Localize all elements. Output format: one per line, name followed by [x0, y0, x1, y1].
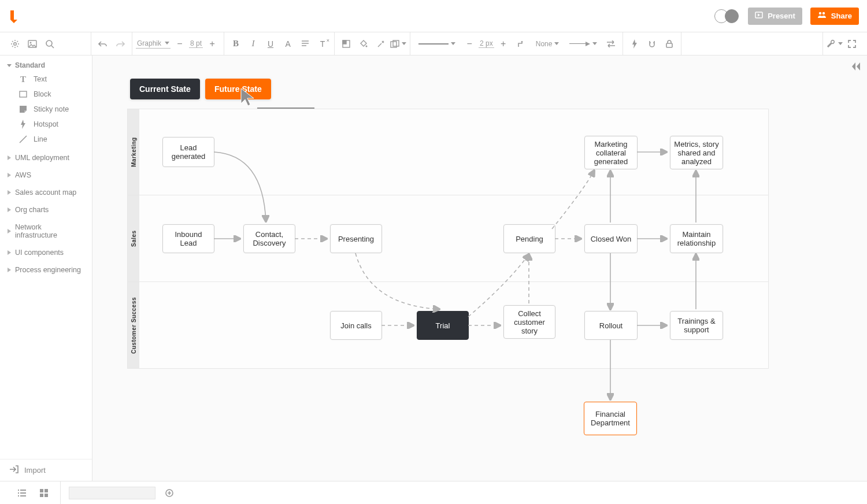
shape-style-button[interactable]: [390, 36, 406, 52]
svg-rect-12: [20, 91, 27, 97]
sidebar-cat-aws[interactable]: AWS: [0, 166, 92, 184]
lane-sales-label: Sales: [128, 195, 139, 281]
bucket-icon[interactable]: [355, 36, 372, 52]
gear-icon[interactable]: [7, 36, 23, 52]
lane-cs-label: Customer Success: [128, 282, 139, 368]
sidebar-item-text[interactable]: T Text: [6, 72, 86, 87]
action-icon[interactable]: [627, 36, 643, 52]
arrow-style-button[interactable]: [565, 36, 602, 52]
node-closed-won[interactable]: Closed Won: [584, 224, 638, 253]
search-icon[interactable]: [42, 36, 58, 52]
line-width-inc[interactable]: +: [495, 36, 512, 52]
line-pattern-button[interactable]: [414, 36, 460, 52]
tab-future-state[interactable]: Future State: [205, 79, 271, 99]
image-icon[interactable]: [24, 36, 40, 52]
lane-marketing-label: Marketing: [128, 109, 139, 195]
svg-rect-16: [45, 494, 48, 497]
tab-current-state[interactable]: Current State: [130, 79, 200, 99]
node-rollout[interactable]: Rollout: [584, 311, 638, 340]
svg-point-5: [30, 42, 32, 43]
fill-button[interactable]: [338, 36, 354, 52]
node-marketing-collateral[interactable]: Marketing collateral generated: [584, 136, 638, 169]
line-style-select[interactable]: None: [531, 36, 564, 52]
font-size-input[interactable]: 8 pt: [189, 39, 203, 48]
italic-button[interactable]: I: [245, 36, 261, 52]
svg-point-8: [366, 45, 368, 47]
node-trial[interactable]: Trial: [417, 311, 469, 340]
hotspot-icon: [18, 120, 28, 129]
add-page-button[interactable]: [161, 485, 177, 501]
present-button[interactable]: Present: [748, 8, 802, 25]
sidebar-standard-header[interactable]: Standard: [6, 59, 86, 72]
svg-rect-14: [45, 489, 48, 492]
text-icon: T: [18, 75, 28, 84]
svg-rect-11: [666, 43, 672, 47]
play-icon: [755, 12, 763, 20]
import-icon: [9, 465, 18, 475]
block-icon: [18, 90, 28, 99]
share-button[interactable]: Share: [810, 8, 859, 25]
font-size-dec[interactable]: −: [172, 36, 188, 52]
line-icon: [18, 135, 28, 144]
node-collect-story[interactable]: Collect customer story: [503, 305, 555, 339]
present-label: Present: [768, 12, 795, 20]
redo-button[interactable]: [112, 36, 128, 52]
node-lead-generated[interactable]: Lead generated: [162, 137, 214, 167]
svg-rect-13: [40, 489, 43, 492]
font-family-select[interactable]: Graphik: [136, 39, 171, 49]
line-width-dec[interactable]: −: [461, 36, 477, 52]
clear-format-button[interactable]: T×: [314, 36, 331, 52]
text-color-button[interactable]: A: [280, 36, 296, 52]
sidebar-cat-org[interactable]: Org charts: [0, 201, 92, 218]
eyedropper-icon[interactable]: [373, 36, 389, 52]
node-trainings[interactable]: Trainings & support: [670, 311, 723, 340]
svg-point-2: [822, 12, 825, 14]
line-route-button[interactable]: [513, 36, 530, 52]
svg-rect-15: [40, 494, 43, 497]
node-financial-dept[interactable]: Financial Department: [584, 402, 637, 435]
lock-icon[interactable]: [661, 36, 677, 52]
people-icon: [817, 12, 827, 20]
wrench-icon[interactable]: [827, 36, 843, 52]
align-button[interactable]: [297, 36, 313, 52]
list-view-icon[interactable]: [14, 485, 30, 501]
sidebar-item-sticky[interactable]: Sticky note: [6, 102, 86, 117]
grid-view-icon[interactable]: [36, 485, 52, 501]
svg-point-6: [46, 40, 52, 46]
import-button[interactable]: Import: [0, 459, 92, 481]
magnet-icon[interactable]: [644, 36, 660, 52]
sidebar-item-line[interactable]: Line: [6, 132, 86, 147]
svg-point-1: [819, 12, 821, 14]
node-presenting[interactable]: Presenting: [330, 224, 382, 253]
collaborator-avatars[interactable]: [714, 9, 740, 23]
line-width-input[interactable]: 2 px: [479, 39, 494, 48]
node-pending[interactable]: Pending: [503, 224, 555, 253]
sidebar-item-block[interactable]: Block: [6, 87, 86, 102]
fullscreen-icon[interactable]: [844, 36, 860, 52]
node-contact-discovery[interactable]: Contact, Discovery: [243, 224, 295, 253]
undo-button[interactable]: [95, 36, 111, 52]
panel-toggle[interactable]: [851, 62, 860, 73]
swimlane-container[interactable]: Marketing Lead generated Marketing colla…: [127, 109, 769, 369]
sidebar-cat-ui[interactable]: UI components: [0, 244, 92, 261]
font-size-inc[interactable]: +: [204, 36, 220, 52]
sticky-note-icon: [18, 105, 28, 114]
page-thumbnail[interactable]: [69, 487, 155, 499]
underline-button[interactable]: U: [262, 36, 279, 52]
sidebar-cat-network[interactable]: Network infrastructure: [0, 218, 92, 244]
sidebar-cat-sales[interactable]: Sales account map: [0, 184, 92, 201]
sidebar-item-hotspot[interactable]: Hotspot: [6, 117, 86, 132]
node-inbound-lead[interactable]: Inbound Lead: [162, 224, 214, 253]
node-metrics[interactable]: Metrics, story shared and analyzed: [670, 136, 723, 169]
svg-point-3: [14, 42, 17, 45]
sidebar-cat-process[interactable]: Process engineering: [0, 261, 92, 279]
bold-button[interactable]: B: [228, 36, 244, 52]
sidebar-cat-uml[interactable]: UML deployment: [0, 149, 92, 166]
swap-button[interactable]: [603, 36, 619, 52]
app-logo[interactable]: [8, 9, 20, 23]
node-maintain[interactable]: Maintain relationship: [670, 224, 723, 253]
node-join-calls[interactable]: Join calls: [330, 311, 382, 340]
share-label: Share: [831, 12, 852, 20]
